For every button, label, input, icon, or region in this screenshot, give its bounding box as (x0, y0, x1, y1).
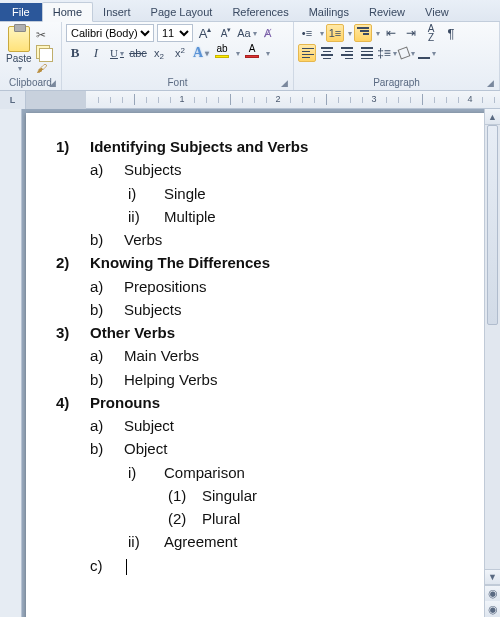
tab-review[interactable]: Review (359, 3, 415, 21)
scroll-track[interactable] (485, 125, 500, 569)
font-color-dropdown-icon[interactable]: ▾ (266, 49, 270, 58)
tab-mailings[interactable]: Mailings (299, 3, 359, 21)
outline-number: a) (90, 344, 110, 367)
font-color-icon[interactable]: A (243, 44, 261, 62)
superscript-button[interactable]: x2 (171, 44, 189, 62)
grow-font-icon[interactable]: A▴ (196, 24, 214, 42)
text-effects-icon[interactable]: A▾ (192, 44, 210, 62)
ruler-mark: 3 (371, 94, 376, 104)
show-marks-icon[interactable]: ¶ (442, 24, 460, 42)
align-center-icon[interactable] (318, 44, 336, 62)
increase-indent-icon[interactable]: ⇥ (402, 24, 420, 42)
next-page-icon[interactable]: ◉ (485, 601, 500, 617)
bullets-dropdown-icon[interactable]: ▾ (320, 29, 324, 38)
highlight-dropdown-icon[interactable]: ▾ (236, 49, 240, 58)
outline-item[interactable]: 4)Pronounsa)Subjectb)Objecti)Comparison(… (56, 391, 472, 577)
outline-item[interactable]: 2)Knowing The Differencesa)Prepositionsb… (56, 251, 472, 321)
bullets-icon[interactable]: •≡ (298, 24, 316, 42)
clear-formatting-icon[interactable]: A̸ (259, 24, 277, 42)
outline-text: Prepositions (124, 278, 207, 295)
scroll-down-icon[interactable]: ▼ (485, 569, 500, 585)
scroll-up-icon[interactable]: ▲ (485, 109, 500, 125)
format-painter-icon[interactable] (36, 62, 50, 76)
vertical-scrollbar[interactable]: ▲ ▼ ◉ ◉ (484, 109, 500, 617)
document-outline[interactable]: 1)Identifying Subjects and Verbsa)Subjec… (56, 135, 472, 577)
outline-text: Subjects (124, 301, 182, 318)
align-justify-icon[interactable] (358, 44, 376, 62)
outline-item[interactable]: b)Verbs (90, 228, 472, 251)
font-size-select[interactable]: 11 (157, 24, 193, 42)
decrease-indent-icon[interactable]: ⇤ (382, 24, 400, 42)
tab-view[interactable]: View (415, 3, 459, 21)
strikethrough-button[interactable]: abc (129, 44, 147, 62)
outline-item[interactable]: b)Objecti)Comparison(1)Singular(2)Plural… (90, 437, 472, 553)
change-case-icon[interactable]: Aa▾ (238, 24, 256, 42)
outline-item[interactable]: i)Single (124, 182, 472, 205)
outline-item[interactable]: a)Subject (90, 414, 472, 437)
multilevel-list-icon[interactable] (354, 24, 372, 42)
tab-selector[interactable]: L (0, 91, 26, 109)
outline-item[interactable]: i)Comparison(1)Singular(2)Plural (124, 461, 472, 531)
italic-button[interactable]: I (87, 44, 105, 62)
outline-number: a) (90, 275, 110, 298)
group-font: Calibri (Body) 11 A▴ A▾ Aa▾ A̸ B I U▾ ab… (62, 22, 294, 90)
outline-item[interactable]: a)Main Verbs (90, 344, 472, 367)
outline-text: Subject (124, 417, 174, 434)
bold-button[interactable]: B (66, 44, 84, 62)
paste-button[interactable]: Paste ▾ (4, 26, 34, 73)
subscript-button[interactable]: x2 (150, 44, 168, 62)
outline-number: 4) (56, 391, 76, 577)
align-right-icon[interactable] (338, 44, 356, 62)
outline-item[interactable]: b)Helping Verbs (90, 368, 472, 391)
outline-text: Pronouns (90, 394, 160, 411)
copy-icon[interactable] (36, 45, 50, 59)
shading-icon[interactable]: ▾ (398, 44, 416, 62)
vertical-ruler[interactable] (0, 109, 22, 617)
outline-item[interactable]: (2)Plural (164, 507, 257, 530)
previous-page-icon[interactable]: ◉ (485, 585, 500, 601)
outline-item[interactable]: ii)Multiple (124, 205, 472, 228)
outline-item[interactable]: a)Prepositions (90, 275, 472, 298)
outline-text: Comparison (164, 464, 245, 481)
outline-item[interactable]: 1)Identifying Subjects and Verbsa)Subjec… (56, 135, 472, 251)
tab-insert[interactable]: Insert (93, 3, 141, 21)
paragraph-launcher-icon[interactable]: ◢ (487, 78, 497, 88)
document-area: 1)Identifying Subjects and Verbsa)Subjec… (0, 109, 500, 617)
outline-number: b) (90, 368, 110, 391)
tab-page-layout[interactable]: Page Layout (141, 3, 223, 21)
multilevel-dropdown-icon[interactable]: ▾ (376, 29, 380, 38)
sort-icon[interactable]: AZ (422, 24, 440, 42)
outline-text: Plural (202, 510, 240, 527)
outline-number: 1) (56, 135, 76, 251)
horizontal-ruler[interactable]: L 1234 (0, 91, 500, 109)
numbering-dropdown-icon[interactable]: ▾ (348, 29, 352, 38)
align-left-icon[interactable] (298, 44, 316, 62)
group-paragraph: •≡▾ 1≡▾ ▾ ⇤ ⇥ AZ ¶ ‡≡▾ ▾ ▾ Paragraph ◢ (294, 22, 500, 90)
cut-icon[interactable] (36, 28, 50, 42)
outline-item[interactable]: c) (90, 554, 472, 577)
numbering-icon[interactable]: 1≡ (326, 24, 344, 42)
outline-item[interactable]: 3)Other Verbsa)Main Verbsb)Helping Verbs (56, 321, 472, 391)
underline-button[interactable]: U▾ (108, 44, 126, 62)
outline-item[interactable]: (1)Singular (164, 484, 257, 507)
tab-home[interactable]: Home (42, 2, 93, 22)
outline-item[interactable]: a)Subjectsi)Singleii)Multiple (90, 158, 472, 228)
outline-text: Identifying Subjects and Verbs (90, 138, 308, 155)
paste-dropdown-icon[interactable]: ▾ (18, 64, 22, 73)
tab-file[interactable]: File (0, 3, 42, 21)
document-page[interactable]: 1)Identifying Subjects and Verbsa)Subjec… (26, 113, 492, 617)
highlight-color-icon[interactable]: ab (213, 44, 231, 62)
outline-item[interactable]: b)Subjects (90, 298, 472, 321)
shrink-font-icon[interactable]: A▾ (217, 24, 235, 42)
scroll-thumb[interactable] (487, 125, 498, 325)
outline-number: ii) (128, 205, 150, 228)
font-family-select[interactable]: Calibri (Body) (66, 24, 154, 42)
font-launcher-icon[interactable]: ◢ (281, 78, 291, 88)
tab-references[interactable]: References (222, 3, 298, 21)
paste-label: Paste (6, 53, 32, 64)
outline-item[interactable]: ii)Agreement (124, 530, 472, 553)
borders-icon[interactable]: ▾ (418, 44, 436, 62)
line-spacing-icon[interactable]: ‡≡▾ (378, 44, 396, 62)
clipboard-launcher-icon[interactable]: ◢ (49, 78, 59, 88)
group-clipboard: Paste ▾ Clipboard ◢ (0, 22, 62, 90)
